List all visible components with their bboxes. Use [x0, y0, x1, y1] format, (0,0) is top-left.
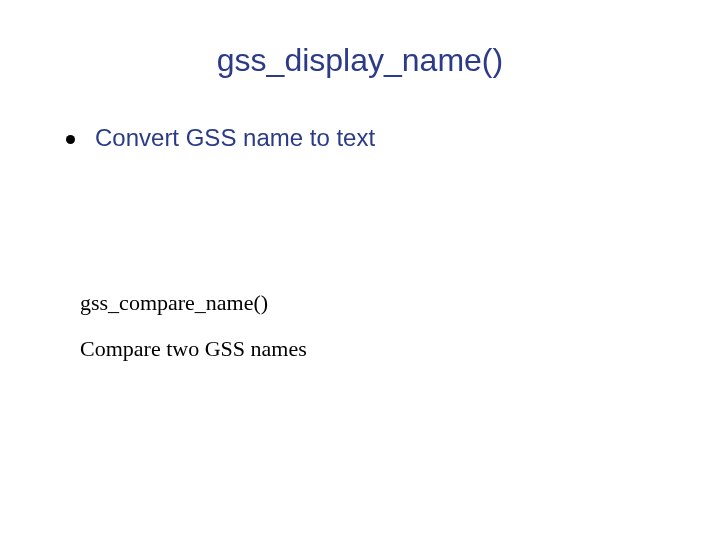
subheading: gss_compare_name(): [80, 290, 268, 316]
bullet-list: Convert GSS name to text: [66, 124, 660, 152]
slide-title: gss_display_name(): [0, 42, 720, 79]
bullet-text: Convert GSS name to text: [95, 124, 375, 152]
bullet-icon: [66, 135, 75, 144]
bullet-item: Convert GSS name to text: [66, 124, 660, 152]
subtext: Compare two GSS names: [80, 336, 307, 362]
slide: gss_display_name() Convert GSS name to t…: [0, 0, 720, 540]
